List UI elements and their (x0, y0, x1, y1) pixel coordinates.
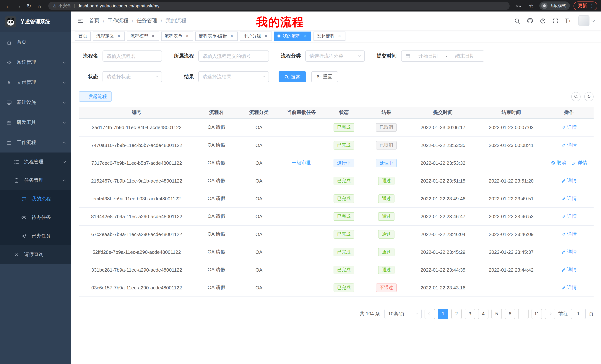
tab-my-process[interactable]: 我的流程× (274, 31, 311, 41)
detail-link[interactable]: 详情 (572, 160, 587, 166)
status-select[interactable]: 请选择状态 (102, 71, 162, 82)
page-button-11[interactable]: 11 (531, 308, 542, 319)
category-select[interactable]: 请选择流程分类 (305, 50, 365, 62)
home-button[interactable]: ⌂ (35, 1, 44, 10)
page-button-3[interactable]: 3 (465, 308, 475, 319)
tab-process-definition[interactable]: 流程定义× (93, 31, 125, 41)
close-icon[interactable]: × (303, 33, 308, 38)
browser-menu-icon[interactable]: ⋮ (590, 3, 594, 9)
cell-end-time: 2022-01-22 23:44:42 (478, 261, 545, 279)
col-end-time: 结束时间 (478, 107, 545, 118)
cell-result: 处理中 (364, 154, 408, 172)
sidebar-item-task-management[interactable]: 任务管理 (0, 171, 71, 190)
back-button[interactable]: ← (4, 1, 13, 10)
prev-page-button[interactable] (425, 308, 435, 319)
cell-id: 331bc281-7b9a-11ec-a290-acde48001122 (79, 261, 195, 279)
task-link[interactable]: 一级审批 (292, 160, 311, 165)
page-size-select[interactable]: 10条/页 (384, 308, 421, 319)
close-icon[interactable]: × (185, 33, 190, 38)
result-badge: 通过 (378, 230, 394, 238)
tab-process-form[interactable]: 流程表单× (161, 31, 193, 41)
breadcrumb-item[interactable]: 任务管理 (137, 18, 158, 24)
detail-link[interactable]: 详情 (561, 177, 577, 184)
submit-time-range-picker[interactable]: 开始日期 - 结束日期 (401, 50, 484, 62)
page-button-4[interactable]: 4 (478, 308, 489, 319)
address-bar[interactable]: ⚠ 不安全 | dashboard.yudao.iocoder.cn/bpm/t… (48, 2, 510, 10)
page-button-5[interactable]: 5 (491, 308, 502, 319)
detail-link[interactable]: 详情 (561, 266, 577, 273)
tab-start-process[interactable]: 发起流程× (313, 31, 345, 41)
table-row: 819442e8-7b9a-11ec-a290-acde48001122 OA … (79, 207, 594, 225)
hamburger-icon[interactable] (71, 11, 89, 30)
fullscreen-icon[interactable] (552, 18, 559, 24)
page-url: dashboard.yudao.iocoder.cn/bpm/task/my (78, 3, 160, 8)
owner-process-input[interactable] (198, 50, 269, 62)
forward-button[interactable]: → (14, 1, 23, 10)
sidebar-item-done-tasks[interactable]: 已办任务 (0, 227, 71, 245)
close-icon[interactable]: × (263, 33, 269, 38)
update-button[interactable]: 更新 ⋮ (573, 1, 597, 10)
reset-button[interactable]: ↻ 重置 (311, 71, 338, 82)
result-select[interactable]: 请选择流结果 (198, 71, 269, 82)
sidebar-item-infrastructure[interactable]: 基础设施 (0, 92, 71, 112)
app-logo[interactable]: 芋道管理系统 (0, 11, 71, 32)
cancel-link[interactable]: 取消 (551, 160, 566, 166)
cell-result: 通过 (364, 261, 408, 279)
detail-link[interactable]: 详情 (561, 231, 577, 238)
sidebar-item-dev-tools[interactable]: 研发工具 (0, 112, 71, 133)
close-icon[interactable]: × (229, 33, 234, 38)
breadcrumb-item[interactable]: 首页 (89, 18, 100, 24)
bookmark-star-icon[interactable]: ☆ (527, 1, 536, 10)
sidebar-item-label: 研发工具 (17, 119, 36, 126)
github-icon[interactable] (527, 18, 533, 24)
detail-link[interactable]: 详情 (561, 195, 577, 202)
refresh-table-button[interactable]: ↻ (584, 92, 594, 101)
next-page-button[interactable] (545, 308, 555, 319)
cell-submit-time: 2022-01-22 23:53:32 (408, 154, 478, 172)
goto-page-input[interactable] (571, 308, 586, 319)
cell-category: OA (238, 136, 280, 154)
search-button[interactable]: 搜索 (279, 71, 306, 82)
cell-name: OA 请假 (195, 118, 239, 136)
sidebar-item-my-process[interactable]: 我的流程 (0, 190, 71, 208)
tab-process-form-edit[interactable]: 流程表单-编辑× (195, 31, 238, 41)
sidebar-item-leave-query[interactable]: 请假查询 (0, 245, 71, 264)
close-icon[interactable]: × (337, 33, 342, 38)
sidebar-item-system[interactable]: 系统管理 (0, 52, 71, 72)
detail-link[interactable]: 详情 (561, 249, 577, 255)
cell-result: 已取消 (364, 118, 408, 136)
page-button-2[interactable]: 2 (451, 308, 462, 319)
tab-user-group[interactable]: 用户分组× (240, 31, 272, 41)
search-icon[interactable] (514, 18, 521, 24)
tab-process-model[interactable]: 流程模型× (127, 31, 159, 41)
process-name-input[interactable] (102, 50, 162, 62)
help-icon[interactable] (540, 18, 546, 24)
security-status[interactable]: ⚠ 不安全 (53, 3, 71, 9)
page-button-6[interactable]: 6 (505, 308, 515, 319)
detail-link[interactable]: 详情 (561, 213, 577, 220)
sidebar-item-payment[interactable]: ¥ 支付管理 (0, 72, 71, 92)
sidebar-item-home[interactable]: 首页 (0, 32, 71, 52)
breadcrumb-item[interactable]: 工作流程 (108, 18, 129, 24)
detail-link[interactable]: 详情 (561, 284, 577, 291)
toggle-search-button[interactable] (571, 92, 581, 101)
tab-home[interactable]: 首页 (75, 31, 91, 41)
sidebar-item-workflow[interactable]: 工作流程 (0, 133, 71, 153)
table-row: 2152467e-7b9b-11ec-9a1b-acde48001122 OA … (79, 172, 594, 190)
avatar[interactable] (578, 15, 590, 26)
page-button-1[interactable]: 1 (438, 308, 448, 319)
sidebar-item-process-management[interactable]: 流程管理 (0, 153, 71, 171)
cell-actions: 取消 详情 (545, 136, 594, 154)
reload-button[interactable]: ↻ (25, 1, 33, 10)
close-icon[interactable]: × (150, 33, 156, 38)
sidebar-item-todo-tasks[interactable]: 待办任务 (0, 208, 71, 227)
close-icon[interactable]: × (116, 33, 121, 38)
page-ellipsis-button[interactable]: ··· (518, 308, 529, 319)
user-menu[interactable] (578, 15, 594, 26)
detail-link[interactable]: 详情 (561, 142, 577, 148)
detail-link[interactable]: 详情 (561, 124, 577, 131)
password-key-icon[interactable] (514, 1, 523, 10)
cell-id: 7470a810-7b9b-11ec-b5b7-acde48001122 (79, 136, 195, 154)
font-size-icon[interactable]: TT (565, 18, 571, 24)
start-process-button[interactable]: + 发起流程 (79, 91, 112, 102)
